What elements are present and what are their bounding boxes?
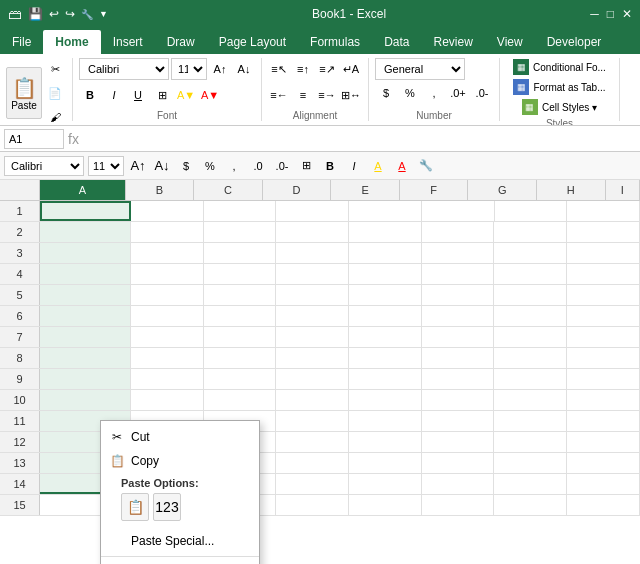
mini-bold-btn[interactable]: B [320,156,340,176]
select-all-corner[interactable] [0,180,40,200]
cell-E1[interactable] [349,201,422,221]
mini-font-color-btn[interactable]: A [392,156,412,176]
maximize-icon[interactable]: □ [607,7,614,21]
cell-H1[interactable] [567,201,640,221]
tab-page-layout[interactable]: Page Layout [207,30,298,54]
cell-styles-btn[interactable]: ▦ Cell Styles ▾ [520,98,599,116]
formula-input[interactable] [83,132,636,146]
cell-D1[interactable] [276,201,349,221]
col-header-B[interactable]: B [126,180,195,200]
tab-data[interactable]: Data [372,30,421,54]
mini-percent-btn[interactable]: % [200,156,220,176]
row-header-12[interactable]: 12 [0,432,40,452]
cell-G1[interactable] [495,201,568,221]
quick-access-save[interactable]: 💾 [28,7,43,21]
col-header-D[interactable]: D [263,180,332,200]
col-header-E[interactable]: E [331,180,400,200]
cell-A7[interactable] [40,327,131,347]
paste-opt-values-btn[interactable]: 123 [153,493,181,521]
col-header-H[interactable]: H [537,180,606,200]
number-format-dropdown[interactable]: General [375,58,465,80]
tab-draw[interactable]: Draw [155,30,207,54]
cell-A2[interactable] [40,222,131,242]
row-header-15[interactable]: 15 [0,495,40,515]
mini-icon-btn1[interactable]: ⊞ [296,156,316,176]
ctx-cut[interactable]: ✂ Cut [101,425,259,449]
percent-btn[interactable]: % [399,82,421,104]
bold-button[interactable]: B [79,84,101,106]
mini-comma-btn[interactable]: , [224,156,244,176]
row-header-7[interactable]: 7 [0,327,40,347]
cell-A10[interactable] [40,390,131,410]
mini-increase-font-btn[interactable]: A↑ [128,156,148,176]
row-header-1[interactable]: 1 [0,201,40,221]
mini-size-dropdown[interactable]: 11 [88,156,124,176]
mini-currency-btn[interactable]: $ [176,156,196,176]
tab-formulas[interactable]: Formulas [298,30,372,54]
minimize-icon[interactable]: ─ [590,7,599,21]
row-header-4[interactable]: 4 [0,264,40,284]
comma-btn[interactable]: , [423,82,445,104]
underline-button[interactable]: U [127,84,149,106]
quick-access-extra[interactable]: 🔧 [81,9,93,20]
decrease-decimal-btn[interactable]: .0- [471,82,493,104]
close-icon[interactable]: ✕ [622,7,632,21]
paste-opt-keep-btn[interactable]: 📋 [121,493,149,521]
row-header-14[interactable]: 14 [0,474,40,494]
cut-button[interactable]: ✂ [44,58,66,80]
cell-A5[interactable] [40,285,131,305]
col-header-A[interactable]: A [40,180,126,200]
quick-access-dropdown[interactable]: ▼ [99,9,108,19]
align-center-btn[interactable]: ≡ [292,84,314,106]
tab-insert[interactable]: Insert [101,30,155,54]
tab-home[interactable]: Home [43,30,100,54]
ctx-paste-special[interactable]: Paste Special... [101,529,259,553]
italic-button[interactable]: I [103,84,125,106]
row-header-11[interactable]: 11 [0,411,40,431]
mini-fill-color-btn[interactable]: A [368,156,388,176]
cell-A9[interactable] [40,369,131,389]
align-top-center-btn[interactable]: ≡↑ [292,58,314,80]
quick-access-redo[interactable]: ↪ [65,7,75,21]
ctx-copy[interactable]: 📋 Copy [101,449,259,473]
border-button[interactable]: ⊞ [151,84,173,106]
mini-decrease-font-btn[interactable]: A↓ [152,156,172,176]
cell-F1[interactable] [422,201,495,221]
col-header-G[interactable]: G [468,180,537,200]
row-header-3[interactable]: 3 [0,243,40,263]
wrap-text-btn[interactable]: ↵A [340,58,362,80]
cell-reference-box[interactable]: A1 [4,129,64,149]
cell-A3[interactable] [40,243,131,263]
mini-font-dropdown[interactable]: Calibri [4,156,84,176]
row-header-2[interactable]: 2 [0,222,40,242]
col-header-I[interactable]: I [606,180,640,200]
font-color-button[interactable]: A▼ [199,84,221,106]
format-as-table-btn[interactable]: ▦ Format as Tab... [511,78,607,96]
row-header-6[interactable]: 6 [0,306,40,326]
cell-A8[interactable] [40,348,131,368]
row-header-8[interactable]: 8 [0,348,40,368]
tab-review[interactable]: Review [421,30,484,54]
conditional-formatting-btn[interactable]: ▦ Conditional Fo... [511,58,608,76]
merge-center-btn[interactable]: ⊞↔ [340,84,362,106]
align-right-btn[interactable]: ≡→ [316,84,338,106]
font-name-dropdown[interactable]: Calibri [79,58,169,80]
cell-A6[interactable] [40,306,131,326]
col-header-C[interactable]: C [194,180,263,200]
cell-C1[interactable] [204,201,277,221]
mini-increase-decimal-btn[interactable]: .0 [248,156,268,176]
tab-file[interactable]: File [0,30,43,54]
fill-color-button[interactable]: A▼ [175,84,197,106]
quick-access-undo[interactable]: ↩ [49,7,59,21]
increase-font-btn[interactable]: A↑ [209,58,231,80]
align-top-right-btn[interactable]: ≡↗ [316,58,338,80]
currency-btn[interactable]: $ [375,82,397,104]
row-header-9[interactable]: 9 [0,369,40,389]
tab-developer[interactable]: Developer [535,30,614,54]
increase-decimal-btn[interactable]: .0+ [447,82,469,104]
cell-A1[interactable] [40,201,131,221]
col-header-F[interactable]: F [400,180,469,200]
mini-italic-btn[interactable]: I [344,156,364,176]
paste-button[interactable]: 📋 Paste [6,67,42,119]
mini-extra-btn[interactable]: 🔧 [416,156,436,176]
